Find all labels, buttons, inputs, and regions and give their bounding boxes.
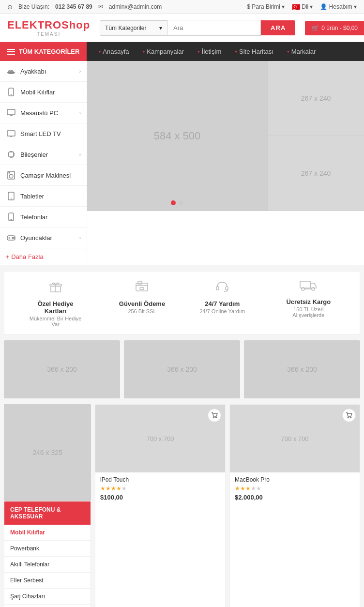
nav-bar: TÜM KATEGORİLER ● Anasayfa ● Kampanyalar… [0,42,364,61]
svg-point-48 [348,417,349,418]
svg-rect-42 [300,281,311,288]
gift-icon [48,278,63,297]
product-stars-ipod: ★★★★★ [100,485,220,492]
ad-banner-2[interactable]: 366 x 200 [124,340,240,398]
top-bar-right: $ Para Birimi ▾ 🇹🇷 Dil ▾ 👤 Hesabım ▾ [247,3,357,11]
phone-number[interactable]: 012 345 67 89 [55,3,92,10]
svg-point-32 [14,238,15,239]
phone-menu-item-1[interactable]: Powerbank [4,541,91,557]
cart-button[interactable]: 🛒 0 ürün - $0,00 [305,21,364,35]
cpu-icon [6,149,16,160]
ad-banner-1[interactable]: 366 x 200 [4,340,120,398]
sidebar-item-bilesenler[interactable]: Bileşenler › [0,144,87,165]
product-info-ipod: iPod Touch ★★★★★ $100,00 [95,472,225,506]
phone-menu-item-2[interactable]: Akıllı Telefonlar [4,557,91,573]
contact-icon: ⊙ [7,3,13,11]
nav-link-anasayfa[interactable]: ● Anasayfa [91,42,136,61]
phone-section-thumbnail: 246 x 325 [4,404,91,501]
features-bar: Özel Hediye Kartları Mükemmel Bir Hediye… [4,271,360,334]
category-dropdown[interactable]: Tüm Kategoriler ▾ [100,20,167,36]
flag-icon: 🇹🇷 [292,3,300,11]
sidebar-item-masaustu-pc[interactable]: Masaüstü PC › [0,103,87,123]
svg-rect-8 [9,152,14,157]
phone-menu-item-3[interactable]: Eller Serbest [4,573,91,589]
sidebar-item-smart-led-tv[interactable]: Smart LED TV [0,123,87,144]
account-menu[interactable]: 👤 Hesabım ▾ [320,3,357,10]
product-info-macbook: MacBook Pro ★★★★★ $2.000,00 [230,472,360,506]
nav-link-site-haritasi[interactable]: ● Site Haritası [228,42,280,61]
nav-link-kampanyalar[interactable]: ● Kampanyalar [136,42,190,61]
washer-icon [6,170,16,181]
phone-section-menu: CEP TELEFONU & AKSESUAR Mobil Kılıflar P… [4,501,91,607]
banner-side-top[interactable]: 267 x 240 [267,61,364,136]
chevron-right-icon-4: › [79,235,81,241]
banner-row: 584 x 500 267 x 240 267 x 240 [87,61,364,211]
toy-icon [6,232,16,243]
product-price-macbook: $2.000,00 [235,494,355,501]
ad-banner-3[interactable]: 366 x 200 [244,340,360,398]
truck-icon [300,278,317,295]
sidebar-item-camasir-makinesi[interactable]: Çamaşır Makinesi [0,165,87,186]
product-name-macbook: MacBook Pro [235,476,355,483]
banner-side: 267 x 240 267 x 240 [267,61,364,211]
contact-label: Bize Ulaşın: [18,3,49,10]
shield-icon [134,278,150,297]
banner-dots [171,200,183,205]
banner-dot-2[interactable] [179,200,183,205]
sidebar-item-oyuncaklar[interactable]: Oyuncaklar › [0,228,87,248]
sidebar-item-tabletler[interactable]: Tabletler [0,186,87,207]
banner-side-bottom[interactable]: 267 x 240 [267,136,364,211]
svg-rect-40 [216,287,219,290]
nav-link-markalar[interactable]: ● Markalar [280,42,322,61]
product-price-ipod: $100,00 [100,494,220,501]
chevron-right-icon-3: › [79,152,81,157]
svg-rect-37 [138,281,142,284]
tablet-icon [6,191,16,201]
currency-selector[interactable]: $ Para Birimi ▾ [247,3,285,10]
search-input[interactable] [167,20,261,36]
sidebar-more-button[interactable]: + Daha Fazla [0,248,87,265]
logo[interactable]: ELEKTROShop TEMASI [7,19,90,37]
sidebar-item-mobil-kiliflar[interactable]: Mobil Kılıflar [0,82,87,103]
desktop-icon [6,107,16,118]
language-selector[interactable]: 🇹🇷 Dil ▾ [292,3,313,11]
phone-menu-item-0[interactable]: Mobil Kılıflar [4,525,91,541]
hamburger-icon [7,49,15,55]
main-banner[interactable]: 584 x 500 [87,61,267,211]
sidebar-item-telefonlar[interactable]: Telefonlar [0,207,87,228]
chevron-right-icon: › [79,69,81,74]
feature-payment: Güvenli Ödeme 256 Bit SSL [119,278,165,314]
sidebar: Ayakkabı › Mobil Kılıflar [0,61,87,265]
svg-rect-6 [7,131,15,136]
svg-rect-39 [140,288,144,289]
logo-sub-text: TEMASI [7,31,90,37]
categories-button[interactable]: TÜM KATEGORİLER [0,42,87,61]
feature-gift: Özel Hediye Kartları Mükemmel Bir Hediye… [27,278,85,327]
product-image-ipod: 700 x 700 [95,405,225,472]
email-address[interactable]: adminx@admin.com [109,3,162,10]
top-bar: ⊙ Bize Ulaşın: 012 345 67 89 ✉ adminx@ad… [0,0,364,14]
logo-main-text: ELEKTROShop [7,19,90,31]
chevron-right-icon-2: › [79,110,81,116]
banner-dot-1[interactable] [171,200,176,205]
add-to-cart-ipod[interactable] [208,409,221,422]
headset-icon [214,278,230,297]
svg-point-47 [216,417,217,418]
product-image-macbook: 700 x 700 [230,405,360,472]
svg-rect-3 [7,109,15,115]
svg-point-22 [9,174,13,178]
phone-products-grid: 700 x 700 iPod Touch ★★★★★ $100,00 700 x [95,404,360,607]
phone-menu-header: CEP TELEFONU & AKSESUAR [4,501,91,525]
header: ELEKTROShop TEMASI Tüm Kategoriler ▾ ARA… [0,14,364,42]
search-button[interactable]: ARA [261,20,295,35]
product-name-ipod: iPod Touch [100,476,220,483]
phone-menu-item-4[interactable]: Şarj Cihazları [4,589,91,605]
sidebar-item-ayakkabi[interactable]: Ayakkabı › [0,61,87,82]
nav-link-iletisim[interactable]: ● İletişim [191,42,228,61]
svg-point-49 [350,417,351,418]
add-to-cart-macbook[interactable] [342,409,356,422]
svg-point-23 [9,172,10,173]
phone-menu-more[interactable]: Daha Fazla [4,605,91,607]
tv-icon [6,128,16,139]
phone-case-icon [6,87,16,97]
